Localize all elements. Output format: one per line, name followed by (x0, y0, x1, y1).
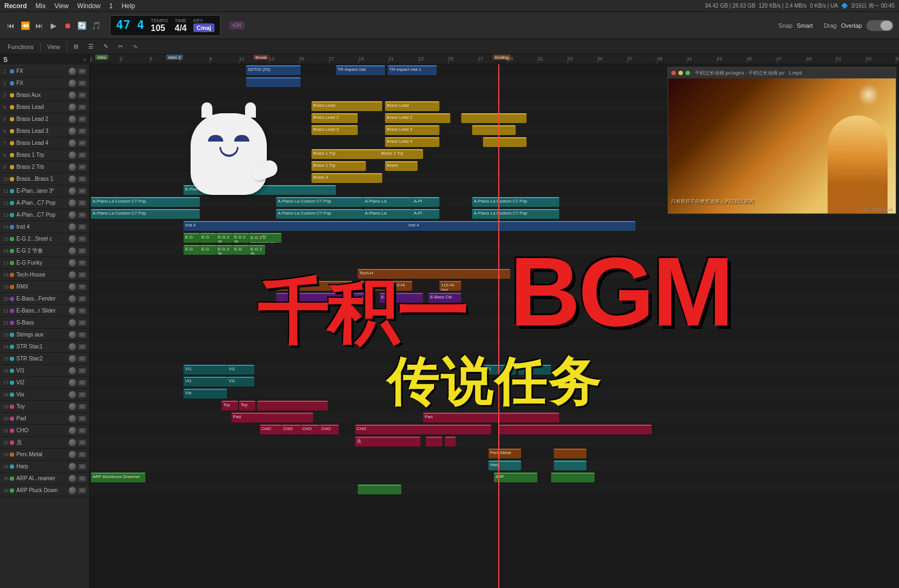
record-button[interactable]: ⏺ (62, 20, 73, 31)
clip-lane27-0[interactable]: Via (184, 389, 227, 399)
track-mute-29[interactable]: M (78, 404, 86, 409)
clip-lane14-1[interactable]: E-G (200, 233, 216, 243)
clip-lane18-2[interactable]: 110-Hi (390, 281, 412, 291)
track-row-9[interactable]: 9 Brass 2 Trb M (0, 161, 89, 173)
clip-lane15-0[interactable]: E-G (184, 245, 200, 255)
clip-lane7-1[interactable]: Brass 1 Trp (380, 149, 423, 159)
track-mute-18[interactable]: M (78, 272, 86, 278)
track-mute-7[interactable]: M (78, 140, 86, 146)
clip-lane18-1[interactable]: 110-Hi-Hat (358, 281, 390, 291)
track-row-25[interactable]: 25 STR Stac2 M (0, 353, 89, 365)
track-row-10[interactable]: 10 Brass...Brass 1 M (0, 173, 89, 185)
list-view-icon[interactable]: ☰ (85, 42, 97, 51)
track-mute-24[interactable]: M (78, 344, 86, 350)
track-row-28[interactable]: 28 Via M (0, 389, 89, 401)
time-sig-value[interactable]: 4/4 (175, 23, 187, 33)
track-knob-2[interactable] (69, 79, 76, 87)
tracklist-add-icon[interactable]: + (83, 57, 86, 63)
clip-lane14-2[interactable]: E-G 2节 (216, 233, 233, 243)
track-knob-25[interactable] (69, 355, 76, 363)
preview-close-dot[interactable] (671, 71, 676, 75)
clip-lane0-0[interactable]: SDT02 (53) (246, 65, 301, 75)
track-knob-32[interactable] (69, 439, 76, 446)
track-mute-33[interactable]: M (78, 452, 86, 457)
track-knob-12[interactable] (69, 199, 76, 207)
prev-button[interactable]: ⏭ (34, 20, 45, 31)
clip-lane30-1[interactable]: CHO (282, 425, 301, 434)
track-knob-22[interactable] (69, 319, 76, 327)
clip-lane30-5[interactable] (499, 425, 652, 434)
track-row-1[interactable]: 1 FX M (0, 65, 89, 77)
track-mute-25[interactable]: M (78, 356, 86, 362)
clip-lane26-1[interactable]: VI1 (227, 377, 254, 387)
clip-lane4-0[interactable]: Brass Lead 2 (311, 113, 358, 123)
track-mute-2[interactable]: M (78, 81, 86, 86)
clip-lane29-0[interactable]: Pad (231, 413, 313, 422)
clip-lane15-1[interactable]: E-G (200, 245, 216, 255)
clip-lane3-1[interactable]: Brass Lead (385, 101, 439, 111)
track-row-8[interactable]: 8 Brass 1 Trp M (0, 149, 89, 161)
play-button[interactable]: ▶ (48, 20, 59, 31)
track-row-20[interactable]: 20 E-Bass...Fender M (0, 293, 89, 305)
track-knob-6[interactable] (69, 127, 76, 135)
track-knob-14[interactable] (69, 223, 76, 231)
clip-lane18-0[interactable] (276, 281, 352, 291)
track-mute-19[interactable]: M (78, 284, 86, 290)
clip-lane14-4[interactable]: E-G 2节 Smoked Lap (249, 233, 282, 243)
track-row-21[interactable]: 21 E-Bass...r Slider M (0, 305, 89, 317)
clip-lane15-3[interactable]: E-G (233, 245, 249, 255)
loop-button[interactable]: 🔄 (76, 20, 87, 31)
clip-lane15-2[interactable]: E-G 2节 (216, 245, 233, 255)
track-mute-4[interactable]: M (78, 105, 86, 110)
track-knob-3[interactable] (69, 91, 76, 99)
pencil-icon[interactable]: ✎ (100, 42, 112, 51)
clip-lane25-0[interactable]: VI1 (184, 365, 227, 375)
clip-lane8-0[interactable]: Brass 1 Trp (311, 161, 366, 171)
clip-lane30-0[interactable]: CHO (260, 425, 282, 434)
track-mute-14[interactable]: M (78, 224, 86, 230)
track-knob-7[interactable] (69, 139, 76, 147)
track-row-24[interactable]: 24 STR Stac1 M (0, 341, 89, 353)
track-knob-19[interactable] (69, 283, 76, 291)
clip-lane18-3[interactable]: 110-Hi-Hat (439, 281, 461, 291)
track-row-33[interactable]: 33 Perc.Metal M (0, 449, 89, 461)
clip-lane0-2[interactable]: TR impact mid-1 (388, 65, 437, 75)
waveform-icon[interactable]: ∿ (130, 42, 141, 51)
track-row-2[interactable]: 2 FX M (0, 77, 89, 89)
track-knob-4[interactable] (69, 103, 76, 111)
track-mute-26[interactable]: M (78, 368, 86, 373)
menu-record[interactable]: Record (4, 2, 27, 10)
clip-lane14-0[interactable]: E-G (184, 233, 200, 243)
functions-button[interactable]: Functions (4, 42, 37, 51)
menu-help[interactable]: Help (121, 2, 135, 10)
clip-lane31-0[interactable]: 员 (355, 437, 420, 446)
clip-lane33-0[interactable]: Harp (488, 461, 521, 470)
clip-lane13-1[interactable]: Inst 4 (407, 221, 635, 231)
view-button[interactable]: View (44, 42, 64, 51)
track-row-18[interactable]: 18 Tech-House M (0, 269, 89, 281)
track-mute-34[interactable]: M (78, 464, 86, 469)
track-row-30[interactable]: 30 Pad M (0, 413, 89, 425)
track-mute-27[interactable]: M (78, 380, 86, 385)
clip-lane17-0[interactable]: Tech-H (358, 269, 510, 279)
track-knob-31[interactable] (69, 427, 76, 434)
track-knob-8[interactable] (69, 151, 76, 159)
track-row-15[interactable]: 15 E-G 2...Sreel c M (0, 233, 89, 245)
clip-lane31-2[interactable] (445, 437, 456, 446)
track-row-29[interactable]: 29 Toy M (0, 401, 89, 413)
clip-lane11-2[interactable]: A-Piano La (363, 197, 412, 207)
track-knob-18[interactable] (69, 271, 76, 279)
track-row-23[interactable]: 23 Strings aux M (0, 329, 89, 341)
clip-lane30-3[interactable]: CHO (320, 425, 339, 434)
track-knob-24[interactable] (69, 343, 76, 351)
track-knob-30[interactable] (69, 415, 76, 422)
menu-1[interactable]: 1 (109, 2, 113, 10)
track-mute-3[interactable]: M (78, 93, 86, 98)
clip-lane35-1[interactable] (358, 485, 385, 494)
track-row-17[interactable]: 17 E-G Funky M (0, 257, 89, 269)
arrange-area[interactable]: Intro Intro 2 Break Ending 1357911131517… (90, 54, 899, 588)
clip-lane34-2[interactable] (551, 473, 595, 482)
key-badge[interactable]: Cmaj (193, 23, 215, 32)
track-row-34[interactable]: 34 Harp M (0, 461, 89, 473)
track-mute-5[interactable]: M (78, 117, 86, 122)
